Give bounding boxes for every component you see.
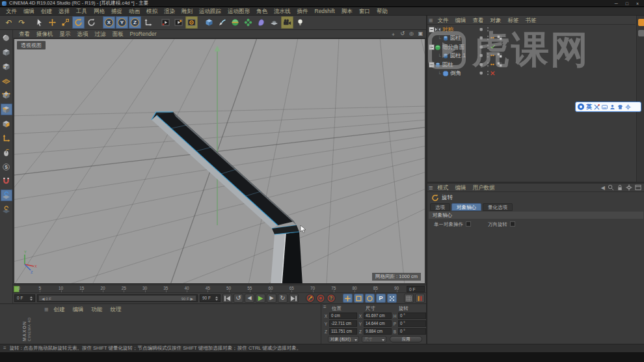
panel-icon[interactable] bbox=[635, 184, 641, 191]
play-backwards-button[interactable]: ↺ bbox=[234, 294, 243, 303]
go-to-end-button[interactable] bbox=[289, 294, 299, 303]
layer-chip-icon[interactable] bbox=[479, 27, 484, 33]
apply-button[interactable]: 应用 bbox=[390, 336, 422, 342]
headband-model[interactable] bbox=[152, 112, 302, 284]
menu-item[interactable]: 网格 bbox=[90, 7, 108, 16]
menu-item[interactable]: 选择 bbox=[55, 7, 73, 16]
move-tool-button[interactable] bbox=[46, 16, 59, 29]
panel-menu-icon[interactable]: ≡ bbox=[44, 306, 48, 313]
ime-skin-icon[interactable] bbox=[617, 104, 623, 110]
add-primitive-button[interactable] bbox=[203, 16, 215, 29]
rotate-tool-button[interactable] bbox=[72, 16, 85, 29]
object-manager-menu-item[interactable]: 标签 bbox=[504, 16, 522, 25]
attribute-manager-menu-item[interactable]: 模式 bbox=[434, 184, 451, 192]
ime-settings-icon[interactable] bbox=[625, 104, 631, 110]
viewport-zoom-icon[interactable]: ◎ bbox=[408, 31, 415, 38]
object-manager-menu-item[interactable]: 查看 bbox=[469, 16, 487, 25]
object-row[interactable]: 细分曲面 bbox=[427, 43, 636, 52]
phong-tag-icon[interactable] bbox=[490, 35, 495, 42]
object-name[interactable]: 圆柱 bbox=[442, 61, 453, 69]
last-used-tool-button[interactable] bbox=[85, 16, 98, 29]
menu-item[interactable]: 脚本 bbox=[338, 7, 356, 16]
points-mode-button[interactable] bbox=[1, 89, 12, 101]
enabled-check-icon[interactable] bbox=[490, 44, 496, 51]
viewport-menu-item[interactable]: 面板 bbox=[109, 30, 127, 38]
model-mode-button[interactable] bbox=[1, 46, 12, 58]
ime-logo-icon[interactable] bbox=[578, 104, 584, 110]
uvw-tag-icon[interactable] bbox=[497, 62, 502, 68]
menu-item[interactable]: 渲染 bbox=[161, 7, 178, 16]
object-row[interactable]: 圆柱 bbox=[427, 61, 636, 70]
ime-user-icon[interactable] bbox=[610, 104, 615, 110]
live-selection-button[interactable] bbox=[33, 16, 46, 29]
expander-icon[interactable] bbox=[429, 62, 435, 68]
menu-item[interactable]: 插件 bbox=[294, 7, 312, 16]
position-z-field[interactable]: 111.751 cm bbox=[329, 328, 357, 335]
rotation-b-field[interactable]: 0 ° bbox=[398, 328, 426, 335]
visibility-dots-icon[interactable] bbox=[485, 27, 490, 33]
close-button[interactable]: × bbox=[636, 1, 639, 6]
phong-tag-icon[interactable] bbox=[490, 53, 495, 59]
attribute-tab-0[interactable]: 选项 bbox=[430, 203, 450, 211]
lock-z-axis-button[interactable]: Z bbox=[129, 16, 141, 29]
menu-item[interactable]: 创建 bbox=[38, 7, 55, 16]
current-frame-field[interactable]: 0 F bbox=[14, 294, 35, 302]
panel-menu-icon[interactable]: ≡ bbox=[323, 305, 327, 310]
attribute-tab-2[interactable]: 量化选项 bbox=[483, 203, 513, 211]
object-manager-menu-item[interactable]: 对象 bbox=[487, 16, 504, 25]
object-row[interactable]: 对称 bbox=[427, 25, 636, 35]
material-manager[interactable]: ≡ 创建编辑功能纹理 bbox=[0, 303, 321, 344]
menu-item[interactable]: 模拟 bbox=[143, 7, 161, 16]
light-button[interactable] bbox=[294, 16, 306, 29]
ruler-frame-field[interactable]: 0 F bbox=[407, 286, 425, 292]
object-name[interactable]: 细分曲面 bbox=[442, 44, 464, 51]
position-x-field[interactable]: 0 cm bbox=[329, 313, 357, 319]
coordinate-system-button[interactable] bbox=[142, 16, 154, 29]
key-parameter-toggle[interactable]: P bbox=[376, 294, 386, 303]
enable-snap-button[interactable] bbox=[1, 175, 12, 187]
ime-toolbar[interactable]: 英 bbox=[575, 102, 641, 112]
menu-item[interactable]: 运动跟踪 bbox=[196, 7, 224, 16]
workplane-mode-button[interactable] bbox=[1, 75, 12, 87]
go-to-start-button[interactable] bbox=[222, 294, 232, 303]
ime-keyboard-icon[interactable] bbox=[602, 104, 608, 110]
search-icon[interactable] bbox=[608, 184, 614, 191]
generators-button[interactable] bbox=[229, 16, 241, 29]
expander-icon[interactable] bbox=[429, 27, 435, 33]
lock-icon[interactable] bbox=[617, 184, 623, 191]
menu-item[interactable]: 窗口 bbox=[356, 7, 373, 16]
play-forwards-button[interactable]: ▶ bbox=[256, 294, 265, 303]
menu-item[interactable]: 动画 bbox=[126, 7, 143, 16]
object-name[interactable]: 圆柱.1 bbox=[450, 52, 466, 60]
menu-item[interactable]: 角色 bbox=[253, 7, 271, 16]
viewport-menu-item[interactable]: 选项 bbox=[74, 30, 92, 38]
material-menu-item[interactable]: 纹理 bbox=[106, 305, 125, 313]
viewport-canvas[interactable]: Y X Z 透视视图 网格间距 : 1000 cm bbox=[14, 38, 425, 284]
layer-chip-icon[interactable] bbox=[479, 62, 484, 68]
viewport-menu-item[interactable]: ProRender bbox=[127, 30, 160, 38]
menu-item[interactable]: 捕捉 bbox=[108, 7, 126, 16]
deformers-button[interactable] bbox=[255, 16, 267, 29]
viewport-pan-icon[interactable]: ＋ bbox=[390, 31, 397, 38]
key-rotation-toggle[interactable] bbox=[365, 294, 375, 303]
material-menu-item[interactable]: 功能 bbox=[87, 305, 106, 313]
enable-quantizing-button[interactable]: S bbox=[1, 161, 12, 173]
position-y-field[interactable]: -22.711 cm bbox=[329, 320, 357, 327]
key-position-toggle[interactable] bbox=[343, 294, 353, 303]
size-mode-dropdown[interactable]: 尺寸 bbox=[362, 336, 386, 342]
layer-chip-icon[interactable] bbox=[479, 35, 484, 42]
camera-button[interactable] bbox=[281, 16, 293, 29]
y-axis-handle[interactable] bbox=[215, 46, 221, 225]
viewport-menu-item[interactable]: 过滤 bbox=[92, 30, 109, 38]
viewport-solo-button[interactable] bbox=[1, 146, 12, 158]
menu-item[interactable]: 工具 bbox=[73, 7, 90, 16]
lock-workplane-button[interactable] bbox=[1, 204, 12, 216]
key-pla-toggle[interactable] bbox=[387, 294, 397, 303]
layer-chip-icon[interactable] bbox=[479, 53, 484, 59]
rotation-h-field[interactable]: 0 ° bbox=[398, 313, 426, 319]
material-menu-item[interactable]: 创建 bbox=[49, 305, 68, 313]
gimbal-rotation-checkbox[interactable] bbox=[510, 221, 515, 227]
workplane-button[interactable] bbox=[1, 189, 12, 201]
render-picture-viewer-button[interactable] bbox=[172, 16, 185, 29]
object-manager-menu-item[interactable]: 编辑 bbox=[451, 16, 469, 25]
